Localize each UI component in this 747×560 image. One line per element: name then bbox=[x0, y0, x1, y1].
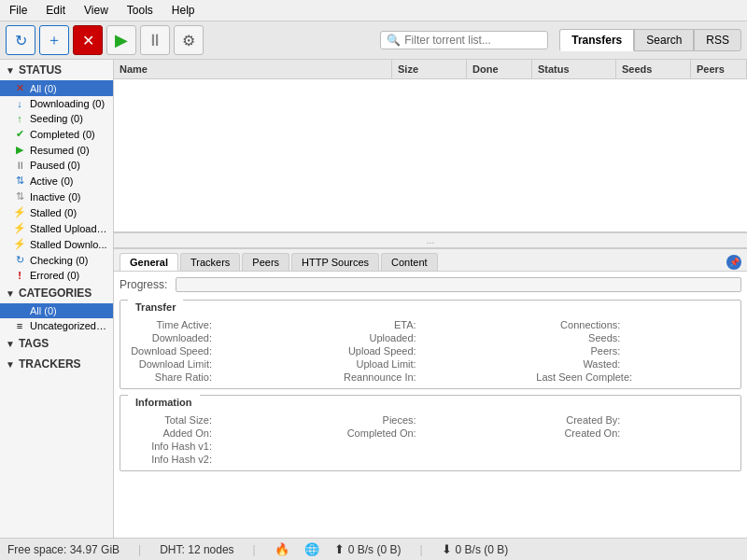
tags-section-header[interactable]: ▼ TAGS bbox=[0, 333, 113, 354]
completed-icon: ✔ bbox=[13, 128, 26, 140]
sidebar-item-errored[interactable]: ! Errored (0) bbox=[0, 268, 113, 283]
sidebar-item-paused[interactable]: ⏸ Paused (0) bbox=[0, 158, 113, 173]
sidebar-item-checking[interactable]: ↻ Checking (0) bbox=[0, 252, 113, 268]
connections-row: Connections: bbox=[536, 319, 733, 330]
globe-icon: 🌐 bbox=[304, 542, 319, 556]
hash-v2-row: Info Hash v2: bbox=[128, 454, 733, 465]
active-icon: ⇅ bbox=[13, 175, 26, 187]
dht-status: DHT: 12 nodes bbox=[160, 543, 233, 556]
sidebar-item-stalled[interactable]: ⚡ Stalled (0) bbox=[0, 204, 113, 220]
pieces-row: Pieces: bbox=[332, 414, 529, 426]
hash-v1-key: Info Hash v1: bbox=[128, 441, 212, 452]
info-body: Total Size: Pieces: Created By: bbox=[120, 411, 740, 470]
menu-edit[interactable]: Edit bbox=[40, 2, 71, 19]
paused-icon: ⏸ bbox=[13, 160, 26, 171]
ul-speed-key: Upload Speed: bbox=[332, 345, 416, 357]
tab-peers[interactable]: Peers bbox=[242, 253, 289, 271]
info-section-title: Information bbox=[128, 395, 200, 410]
tab-transfers[interactable]: Transfers bbox=[559, 29, 634, 51]
reannounce-row: Reannounce In: bbox=[332, 371, 529, 383]
transfer-section: Transfer Time Active: ETA: bbox=[120, 300, 741, 389]
tab-search[interactable]: Search bbox=[634, 29, 694, 51]
download-speed-label: 0 B/s (0 B) bbox=[456, 543, 509, 556]
tab-content[interactable]: Content bbox=[381, 253, 438, 271]
sidebar-item-label: Completed (0) bbox=[30, 129, 95, 140]
last-seen-row: Last Seen Complete: bbox=[536, 371, 733, 383]
sidebar-item-cat-all[interactable]: All (0) bbox=[0, 303, 113, 318]
sidebar-item-seeding[interactable]: ↑ Seeding (0) bbox=[0, 111, 113, 126]
sidebar-item-label: Checking (0) bbox=[30, 255, 88, 266]
uploaded-row: Uploaded: bbox=[332, 332, 529, 343]
created-by-key: Created By: bbox=[536, 414, 620, 426]
col-done[interactable]: Done bbox=[467, 60, 532, 78]
eta-row: ETA: bbox=[332, 319, 529, 330]
delete-button[interactable]: ✕ bbox=[73, 25, 103, 55]
menu-tools[interactable]: Tools bbox=[121, 2, 159, 19]
stalled-up-icon: ⚡ bbox=[13, 222, 26, 234]
sidebar-item-cat-uncategorized[interactable]: ≡ Uncategorized (0) bbox=[0, 318, 113, 333]
detail-panel: General Trackers Peers HTTP Sources Cont… bbox=[114, 248, 747, 538]
main-layout: ▼ STATUS ✕ All (0) ↓ Downloading (0) ↑ S… bbox=[0, 60, 747, 538]
uploaded-key: Uploaded: bbox=[332, 332, 416, 343]
sidebar-item-stalled-uploading[interactable]: ⚡ Stalled Uploadi... bbox=[0, 220, 113, 236]
pin-button[interactable]: 📌 bbox=[726, 255, 741, 270]
cat-uncategorized-icon: ≡ bbox=[13, 320, 26, 331]
peers-detail-key: Peers: bbox=[536, 345, 620, 357]
sidebar-item-active[interactable]: ⇅ Active (0) bbox=[0, 173, 113, 189]
eta-key: ETA: bbox=[332, 319, 416, 330]
tab-rss[interactable]: RSS bbox=[694, 29, 741, 51]
total-size-key: Total Size: bbox=[128, 414, 212, 426]
trackers-section-label: TRACKERS bbox=[19, 357, 81, 371]
col-status[interactable]: Status bbox=[532, 60, 616, 78]
tags-section-label: TAGS bbox=[19, 337, 49, 350]
created-by-row: Created By: bbox=[536, 414, 733, 426]
toolbar-tabs: Transfers Search RSS bbox=[559, 29, 741, 51]
time-active-row: Time Active: bbox=[128, 319, 325, 330]
refresh-button[interactable]: ↻ bbox=[6, 25, 35, 55]
col-size[interactable]: Size bbox=[392, 60, 467, 78]
filter-input[interactable] bbox=[404, 34, 542, 47]
status-section-header[interactable]: ▼ STATUS bbox=[0, 60, 113, 80]
sidebar-item-all[interactable]: ✕ All (0) bbox=[0, 80, 113, 96]
sidebar-item-stalled-downloading[interactable]: ⚡ Stalled Downlo... bbox=[0, 236, 113, 252]
menu-view[interactable]: View bbox=[78, 2, 114, 19]
trackers-section-header[interactable]: ▼ TRACKERS bbox=[0, 354, 113, 374]
col-name[interactable]: Name bbox=[114, 60, 392, 78]
dht-label: DHT: 12 nodes bbox=[160, 543, 233, 556]
add-button[interactable]: ＋ bbox=[39, 25, 69, 55]
menu-file[interactable]: File bbox=[4, 2, 33, 19]
ul-speed-row: Upload Speed: bbox=[332, 345, 529, 357]
added-on-key: Added On: bbox=[128, 427, 212, 439]
col-peers[interactable]: Peers bbox=[691, 60, 747, 78]
flame-icon-item: 🔥 bbox=[275, 542, 289, 556]
categories-section-header[interactable]: ▼ CATEGORIES bbox=[0, 283, 113, 303]
tab-http-sources[interactable]: HTTP Sources bbox=[291, 253, 379, 271]
sidebar-item-downloading[interactable]: ↓ Downloading (0) bbox=[0, 96, 113, 111]
sidebar-item-label: Paused (0) bbox=[30, 160, 80, 171]
sidebar-item-label: All (0) bbox=[30, 305, 57, 316]
sidebar-item-completed[interactable]: ✔ Completed (0) bbox=[0, 126, 113, 142]
sidebar-item-inactive[interactable]: ⇅ Inactive (0) bbox=[0, 189, 113, 204]
seeds-row: Seeds: bbox=[536, 332, 733, 343]
pause-button[interactable]: ⏸ bbox=[140, 25, 170, 55]
dl-limit-row: Download Limit: bbox=[128, 358, 325, 370]
tab-trackers[interactable]: Trackers bbox=[180, 253, 240, 271]
seeding-icon: ↑ bbox=[13, 113, 26, 124]
resize-divider[interactable]: ... bbox=[114, 232, 747, 248]
settings-button[interactable]: ⚙ bbox=[174, 25, 204, 55]
tab-general[interactable]: General bbox=[120, 253, 178, 271]
globe-icon-item: 🌐 bbox=[304, 542, 319, 556]
errored-icon: ! bbox=[13, 270, 26, 281]
sep1: | bbox=[138, 543, 141, 556]
content-area: Name Size Done Status Seeds Peers ... Ge… bbox=[114, 60, 747, 538]
sidebar-item-resumed[interactable]: ▶ Resumed (0) bbox=[0, 142, 113, 158]
hash-v2-key: Info Hash v2: bbox=[128, 454, 212, 465]
play-button[interactable]: ▶ bbox=[106, 25, 136, 55]
detail-content: Progress: Transfer Time Active: E bbox=[114, 272, 747, 538]
transfer-body: Time Active: ETA: Connections: bbox=[120, 315, 740, 388]
created-on-row: Created On: bbox=[536, 427, 733, 439]
categories-arrow-icon: ▼ bbox=[6, 288, 15, 299]
col-seeds[interactable]: Seeds bbox=[616, 60, 691, 78]
completed-on-key: Completed On: bbox=[332, 427, 416, 439]
menu-help[interactable]: Help bbox=[166, 2, 201, 19]
